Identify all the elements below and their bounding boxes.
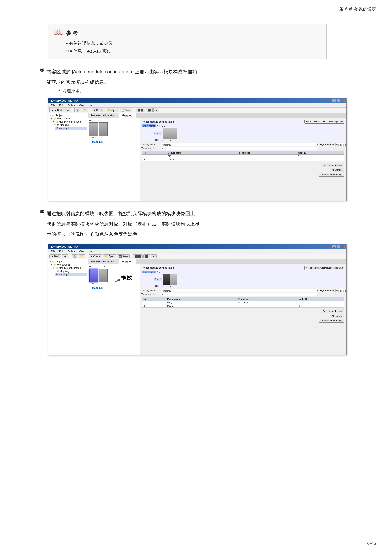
menu-view-2[interactable]: View	[77, 249, 87, 253]
note-line1: • 有关错误信息，请参阅	[66, 39, 113, 47]
node-row-2: Node: 1 2	[154, 285, 344, 287]
all-unmap-btn-1[interactable]: All unmap	[330, 168, 344, 172]
automatic-numbering-btn-1[interactable]: Automatic numbering	[319, 173, 344, 177]
set-communication-btn-2[interactable]: Set communication	[321, 309, 344, 313]
acquisition-btn-1[interactable]: Acquisition of actual module configurati…	[304, 120, 344, 124]
forward-btn-2[interactable]: ►	[62, 254, 68, 258]
workgroup-id-val-1: 1	[161, 147, 317, 150]
window-controls-1: _ □ ✕	[332, 99, 345, 102]
td-module-2-2: D25_2	[166, 304, 237, 307]
menu-file-2[interactable]: File	[49, 249, 57, 253]
extra-btn2[interactable]: ⬛	[146, 108, 153, 112]
tab-mapping-1[interactable]: Mapping	[119, 113, 136, 118]
menu-help-1[interactable]: Help	[87, 103, 96, 107]
tab-module-config-1[interactable]: Module configuration	[88, 113, 119, 118]
tree-workgroup-1[interactable]: ▼ 📁 Workgroup1	[51, 117, 87, 120]
extra-btn3[interactable]: ▼	[153, 108, 159, 112]
menu-online-2[interactable]: Online	[65, 249, 77, 253]
col2-actual-1: 2	[164, 125, 165, 127]
td-ip-1-1	[238, 155, 297, 158]
maximize-btn-1[interactable]: □	[337, 99, 340, 102]
td-ip-1-2	[238, 158, 297, 161]
note-content: 参 考 • 有关错误信息，请参阅 ☞■ 信息一览(5-16 页)。	[66, 28, 113, 55]
td-no-2-1: 1	[142, 301, 166, 304]
sep4	[70, 254, 70, 258]
all-unmap-btn-2[interactable]: All unmap	[330, 314, 344, 318]
td-no-1-1: 1	[142, 155, 166, 158]
tree-moduleconfig-2[interactable]: ▼ 📋 Module configuration	[52, 266, 87, 270]
tree-moduleconfig-1[interactable]: ▼ 📋 Module configuration	[52, 120, 87, 124]
extra-btn1[interactable]: ⬛⬛	[136, 108, 145, 112]
menu-online-1[interactable]: Online	[65, 103, 77, 107]
module-label-2b: 前# ▲	[101, 283, 105, 285]
menu-view-1[interactable]: View	[77, 103, 87, 107]
open-btn-2[interactable]: 📂 Open	[103, 254, 116, 258]
extra-btn4[interactable]: ⬛⬛	[133, 254, 143, 258]
th-no-2: No	[142, 297, 166, 301]
col1-actual-2: 1	[161, 271, 163, 273]
col1-actual-1: 1	[161, 125, 163, 127]
mapping-detail-1: Actual module configuration Acquisition …	[140, 118, 346, 201]
module-block-drag[interactable]: 前# ▲	[89, 269, 98, 285]
tree-workgroup-2[interactable]: ▼ 📁 Workgroup1	[51, 263, 87, 266]
acquisition-btn-2[interactable]: Acquisition of actual module configurati…	[304, 266, 344, 270]
th-module-1: Module name	[166, 151, 238, 155]
menu-edit-2[interactable]: Edit	[57, 249, 65, 253]
tree-mapping1-1[interactable]: 🗺 Mapping1	[55, 127, 87, 130]
tree-mapping-2[interactable]: ▼ 🗺 Mapping	[54, 270, 87, 273]
no-label-actual-2: No:	[157, 271, 160, 273]
set-communication-btn-1[interactable]: Set communication	[321, 163, 344, 167]
node-label-2: Node:	[154, 285, 159, 287]
no-label-1: No: 1 2	[89, 119, 139, 122]
action-buttons-1: Set communication All unmap Automatic nu…	[141, 162, 345, 177]
extra-btn5[interactable]: ⬛	[143, 254, 150, 258]
mapping-content-1: No: 1 2 前# ▲	[88, 118, 346, 201]
home-btn-1[interactable]: 🏠	[75, 108, 81, 112]
back-btn-1[interactable]: ◄ ◄ Back	[49, 108, 64, 112]
window-body-1: ▼ 📁 Project ▼ 📁 Workgroup1 ▼ 📋 Module co…	[48, 113, 346, 201]
create-btn-1[interactable]: ✦ Create	[92, 108, 105, 112]
tree-mapping-1[interactable]: ▼ 🗺 Mapping	[54, 124, 87, 127]
actual-modules-2	[162, 274, 177, 285]
maximize-btn-2[interactable]: □	[337, 245, 340, 248]
menu-file-1[interactable]: File	[49, 103, 57, 107]
save-btn-1[interactable]: 💾 Save	[120, 108, 132, 112]
content-panel-1: Module configuration Mapping No: 1 2	[88, 113, 346, 201]
chain1-row-2: Chain1	[154, 274, 344, 285]
section-4: ④ 内容区域的 [Actual module configuration] 上显…	[40, 67, 360, 201]
forward-btn-1[interactable]: ►	[65, 108, 71, 112]
page-footer: 6-45	[367, 541, 376, 546]
tab-mapping-2[interactable]: Mapping	[119, 259, 136, 264]
tree-project-2[interactable]: ▼ 📁 Project	[49, 260, 87, 263]
node-label-1: Node:	[154, 139, 159, 141]
folder-btn-1[interactable]: 📁	[82, 108, 88, 112]
close-btn-2[interactable]: ✕	[341, 245, 345, 248]
menu-edit-1[interactable]: Edit	[57, 103, 65, 107]
menu-help-2[interactable]: Help	[87, 249, 96, 253]
folder-btn-2[interactable]: 📁	[79, 254, 85, 258]
drag-label: 拖放	[121, 274, 132, 282]
automatic-numbering-btn-2[interactable]: Automatic Lumbering	[319, 319, 344, 323]
module-block-2: 前# ▲	[99, 122, 108, 139]
save-btn-2[interactable]: 💾 Save	[117, 254, 130, 258]
tab-module-config-2[interactable]: Module configuration	[88, 259, 119, 264]
td-nodeid-2-2: 0	[297, 304, 343, 307]
td-nodeid-1-1: 0	[297, 155, 344, 158]
table-body-2: 1 D25_1 192.168.0.1 1 2 D25_2	[142, 301, 344, 307]
minimize-btn-1[interactable]: _	[332, 99, 336, 102]
create-btn-2[interactable]: ✦ Create	[89, 254, 102, 258]
module-img-drag	[89, 269, 98, 283]
table-row-1-2: 2 D25_2 0	[142, 158, 344, 161]
open-btn-1[interactable]: 📂 Open	[106, 108, 119, 112]
table-header-2: No Module name IP address Node ID	[142, 297, 344, 301]
actual-config-section-1: Actual module configuration Acquisition …	[141, 119, 345, 142]
minimize-btn-2[interactable]: _	[332, 245, 336, 248]
back-btn-2[interactable]: ◄ Back	[49, 254, 61, 258]
tree-project-1[interactable]: ▼ 📁 Project	[49, 114, 87, 117]
extra-btn6[interactable]: ▼	[151, 254, 157, 258]
close-btn-1[interactable]: ✕	[341, 99, 345, 102]
section-5-header: ⑤ 通过把映射信息的模块（映像图）拖放到实际模块构成的模块映像图上， 映射信息与…	[40, 209, 360, 240]
tree-mapping1-2[interactable]: 🗺 Mapping1	[55, 273, 87, 276]
screenshot-2: New project - SLP-NX _ □ ✕ File Edit Onl…	[48, 244, 347, 355]
home-btn-2[interactable]: 🏠	[71, 254, 78, 258]
